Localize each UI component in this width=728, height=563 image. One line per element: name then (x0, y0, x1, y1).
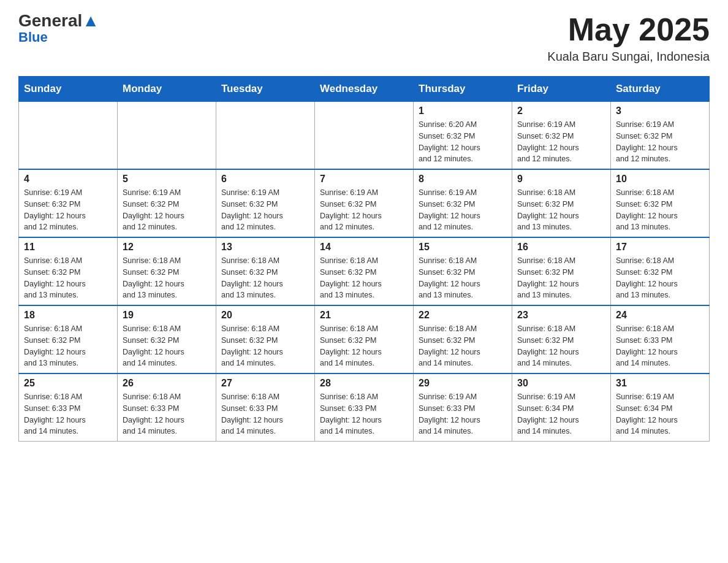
logo-blue-text: Blue (18, 29, 48, 45)
calendar-day-cell: 21Sunrise: 6:18 AMSunset: 6:32 PMDayligh… (315, 305, 414, 373)
calendar-day-cell: 12Sunrise: 6:18 AMSunset: 6:32 PMDayligh… (118, 237, 216, 305)
day-info: Sunrise: 6:19 AMSunset: 6:32 PMDaylight:… (24, 187, 112, 233)
day-number: 11 (24, 242, 112, 253)
day-number: 26 (123, 378, 211, 389)
calendar-day-cell: 28Sunrise: 6:18 AMSunset: 6:33 PMDayligh… (315, 373, 414, 442)
day-number: 28 (320, 378, 408, 389)
calendar-day-cell: 15Sunrise: 6:18 AMSunset: 6:32 PMDayligh… (414, 237, 512, 305)
day-number: 3 (616, 105, 704, 117)
day-number: 29 (419, 378, 507, 389)
day-info: Sunrise: 6:18 AMSunset: 6:32 PMDaylight:… (517, 187, 605, 233)
calendar-day-cell: 27Sunrise: 6:18 AMSunset: 6:33 PMDayligh… (216, 373, 315, 442)
day-number: 6 (221, 174, 309, 185)
day-number: 21 (320, 310, 408, 321)
calendar-day-cell: 10Sunrise: 6:18 AMSunset: 6:32 PMDayligh… (611, 169, 710, 237)
day-number: 30 (517, 378, 605, 389)
calendar-day-cell: 2Sunrise: 6:19 AMSunset: 6:32 PMDaylight… (512, 102, 611, 170)
calendar-header-row: SundayMondayTuesdayWednesdayThursdayFrid… (19, 77, 710, 102)
page-header: General▲ Blue May 2025 Kuala Baru Sungai… (18, 12, 710, 64)
day-number: 23 (517, 310, 605, 321)
calendar-day-cell: 3Sunrise: 6:19 AMSunset: 6:32 PMDaylight… (611, 102, 710, 170)
day-number: 31 (616, 378, 704, 389)
day-info: Sunrise: 6:18 AMSunset: 6:32 PMDaylight:… (419, 255, 507, 301)
day-number: 9 (517, 174, 605, 185)
day-number: 18 (24, 310, 112, 321)
calendar-day-cell: 5Sunrise: 6:19 AMSunset: 6:32 PMDaylight… (118, 169, 216, 237)
day-info: Sunrise: 6:19 AMSunset: 6:32 PMDaylight:… (320, 187, 408, 233)
calendar-day-cell: 7Sunrise: 6:19 AMSunset: 6:32 PMDaylight… (315, 169, 414, 237)
day-info: Sunrise: 6:18 AMSunset: 6:33 PMDaylight:… (221, 391, 309, 437)
day-number: 15 (419, 242, 507, 253)
month-year-title: May 2025 (547, 12, 710, 47)
day-of-week-header: Sunday (19, 77, 118, 102)
calendar-day-cell: 26Sunrise: 6:18 AMSunset: 6:33 PMDayligh… (118, 373, 216, 442)
logo-general-text: General▲ (18, 12, 99, 29)
day-info: Sunrise: 6:19 AMSunset: 6:32 PMDaylight:… (419, 187, 507, 233)
calendar-day-cell: 17Sunrise: 6:18 AMSunset: 6:32 PMDayligh… (611, 237, 710, 305)
day-of-week-header: Monday (118, 77, 216, 102)
day-number: 16 (517, 242, 605, 253)
day-info: Sunrise: 6:18 AMSunset: 6:33 PMDaylight:… (123, 391, 211, 437)
day-of-week-header: Friday (512, 77, 611, 102)
day-of-week-header: Wednesday (315, 77, 414, 102)
day-info: Sunrise: 6:18 AMSunset: 6:32 PMDaylight:… (616, 187, 704, 233)
calendar-week-row: 25Sunrise: 6:18 AMSunset: 6:33 PMDayligh… (19, 373, 710, 442)
day-number: 24 (616, 310, 704, 321)
day-number: 17 (616, 242, 704, 253)
calendar-day-cell: 16Sunrise: 6:18 AMSunset: 6:32 PMDayligh… (512, 237, 611, 305)
day-info: Sunrise: 6:18 AMSunset: 6:32 PMDaylight:… (616, 255, 704, 301)
calendar-day-cell: 19Sunrise: 6:18 AMSunset: 6:32 PMDayligh… (118, 305, 216, 373)
day-number: 12 (123, 242, 211, 253)
logo: General▲ Blue (18, 12, 99, 45)
location-subtitle: Kuala Baru Sungai, Indonesia (547, 50, 710, 64)
day-of-week-header: Thursday (414, 77, 512, 102)
calendar-day-cell: 6Sunrise: 6:19 AMSunset: 6:32 PMDaylight… (216, 169, 315, 237)
day-number: 25 (24, 378, 112, 389)
day-info: Sunrise: 6:19 AMSunset: 6:33 PMDaylight:… (419, 391, 507, 437)
title-section: May 2025 Kuala Baru Sungai, Indonesia (547, 12, 710, 64)
calendar-day-cell: 8Sunrise: 6:19 AMSunset: 6:32 PMDaylight… (414, 169, 512, 237)
calendar-day-cell: 29Sunrise: 6:19 AMSunset: 6:33 PMDayligh… (414, 373, 512, 442)
day-of-week-header: Saturday (611, 77, 710, 102)
day-info: Sunrise: 6:19 AMSunset: 6:32 PMDaylight:… (616, 119, 704, 165)
day-info: Sunrise: 6:19 AMSunset: 6:32 PMDaylight:… (517, 119, 605, 165)
calendar-day-cell: 31Sunrise: 6:19 AMSunset: 6:34 PMDayligh… (611, 373, 710, 442)
day-number: 7 (320, 174, 408, 185)
day-info: Sunrise: 6:18 AMSunset: 6:32 PMDaylight:… (221, 255, 309, 301)
calendar-day-cell (118, 102, 216, 170)
day-info: Sunrise: 6:18 AMSunset: 6:33 PMDaylight:… (320, 391, 408, 437)
day-info: Sunrise: 6:18 AMSunset: 6:32 PMDaylight:… (123, 323, 211, 369)
day-info: Sunrise: 6:18 AMSunset: 6:32 PMDaylight:… (24, 323, 112, 369)
calendar-day-cell (19, 102, 118, 170)
day-info: Sunrise: 6:18 AMSunset: 6:32 PMDaylight:… (419, 323, 507, 369)
calendar-day-cell: 4Sunrise: 6:19 AMSunset: 6:32 PMDaylight… (19, 169, 118, 237)
day-info: Sunrise: 6:19 AMSunset: 6:32 PMDaylight:… (221, 187, 309, 233)
day-number: 10 (616, 174, 704, 185)
day-info: Sunrise: 6:19 AMSunset: 6:34 PMDaylight:… (616, 391, 704, 437)
day-info: Sunrise: 6:18 AMSunset: 6:32 PMDaylight:… (320, 255, 408, 301)
calendar-day-cell: 13Sunrise: 6:18 AMSunset: 6:32 PMDayligh… (216, 237, 315, 305)
day-info: Sunrise: 6:18 AMSunset: 6:33 PMDaylight:… (24, 391, 112, 437)
day-number: 19 (123, 310, 211, 321)
calendar-week-row: 18Sunrise: 6:18 AMSunset: 6:32 PMDayligh… (19, 305, 710, 373)
calendar-table: SundayMondayTuesdayWednesdayThursdayFrid… (18, 76, 710, 442)
calendar-day-cell: 1Sunrise: 6:20 AMSunset: 6:32 PMDaylight… (414, 102, 512, 170)
calendar-day-cell: 22Sunrise: 6:18 AMSunset: 6:32 PMDayligh… (414, 305, 512, 373)
calendar-day-cell: 20Sunrise: 6:18 AMSunset: 6:32 PMDayligh… (216, 305, 315, 373)
day-number: 13 (221, 242, 309, 253)
day-info: Sunrise: 6:18 AMSunset: 6:32 PMDaylight:… (24, 255, 112, 301)
calendar-day-cell: 30Sunrise: 6:19 AMSunset: 6:34 PMDayligh… (512, 373, 611, 442)
day-info: Sunrise: 6:18 AMSunset: 6:33 PMDaylight:… (616, 323, 704, 369)
day-info: Sunrise: 6:18 AMSunset: 6:32 PMDaylight:… (320, 323, 408, 369)
day-info: Sunrise: 6:18 AMSunset: 6:32 PMDaylight:… (221, 323, 309, 369)
day-number: 2 (517, 105, 605, 117)
logo-triangle-icon: ▲ (82, 11, 99, 30)
day-info: Sunrise: 6:19 AMSunset: 6:34 PMDaylight:… (517, 391, 605, 437)
calendar-day-cell: 18Sunrise: 6:18 AMSunset: 6:32 PMDayligh… (19, 305, 118, 373)
day-info: Sunrise: 6:18 AMSunset: 6:32 PMDaylight:… (517, 255, 605, 301)
calendar-week-row: 11Sunrise: 6:18 AMSunset: 6:32 PMDayligh… (19, 237, 710, 305)
day-of-week-header: Tuesday (216, 77, 315, 102)
day-number: 1 (419, 105, 507, 117)
calendar-day-cell: 9Sunrise: 6:18 AMSunset: 6:32 PMDaylight… (512, 169, 611, 237)
calendar-day-cell (216, 102, 315, 170)
